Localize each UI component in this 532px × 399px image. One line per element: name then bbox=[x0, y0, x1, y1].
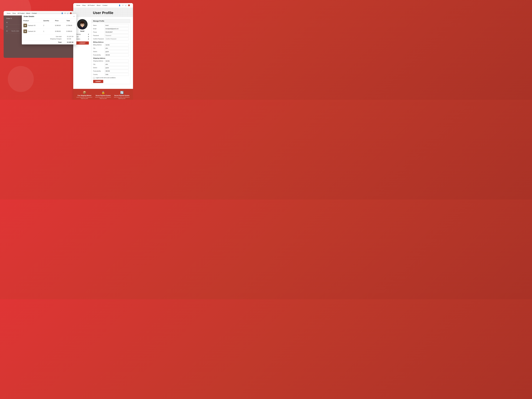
shipping-city-row: City bbox=[93, 63, 129, 66]
email-input[interactable] bbox=[105, 27, 129, 30]
user-icon[interactable]: 👤 bbox=[61, 13, 63, 14]
free-shipping-desc: aorem ixpsacdolor sit ameeasecur adipisc… bbox=[76, 97, 93, 99]
secure-payment-2-title: Secure Payment System bbox=[113, 95, 130, 96]
cart-badge-left: 0 bbox=[70, 12, 72, 14]
password-input[interactable] bbox=[105, 34, 129, 37]
rp-user-icon[interactable]: 👤 bbox=[119, 5, 120, 6]
billing-section-divider: Billing Address bbox=[93, 41, 129, 43]
billing-district-input[interactable] bbox=[105, 50, 129, 53]
phone-label: Phone bbox=[93, 32, 103, 33]
cart-icon-left[interactable]: 🛒 bbox=[67, 13, 69, 14]
submit-button[interactable]: SUBMIT bbox=[93, 80, 103, 83]
item-1-total: $ 798.00 bbox=[65, 23, 76, 28]
billing-postcode-input[interactable] bbox=[105, 54, 129, 56]
shipping-address-row: Shipping Address bbox=[93, 60, 129, 62]
stat-cart: Cart 0 bbox=[76, 35, 89, 38]
right-nav-links: Home Shop All Product About Contact bbox=[76, 5, 108, 6]
item-2-price: $ 399.00 bbox=[53, 28, 65, 34]
order-modal: Order Details × Product Quantity Price T… bbox=[22, 14, 76, 44]
profile-username: keval bbox=[80, 30, 84, 32]
password-label: Password bbox=[93, 35, 103, 36]
terms-checkbox-row: I agree to the terms and conditions bbox=[93, 77, 129, 79]
profile-stats: Wishlist 2 Cart 0 Orders 2 bbox=[76, 33, 89, 40]
billing-city-row: City bbox=[93, 47, 129, 50]
terms-label: I agree to the terms and conditions bbox=[95, 77, 116, 79]
shipping-postcode-row: Postcode/Zip bbox=[93, 70, 129, 72]
left-nav-home[interactable]: Home bbox=[7, 13, 11, 14]
svg-point-13 bbox=[83, 25, 83, 25]
confirm-password-field-row: Confirm Password bbox=[93, 38, 129, 40]
shipping-postcode-input[interactable] bbox=[105, 70, 129, 72]
col-total: Total bbox=[65, 19, 76, 23]
secure-payment-desc: aorem ixpsacdolor sit ameeasecur adipisc… bbox=[95, 97, 112, 99]
order-date-86: Feb 25, 2024 bbox=[12, 30, 23, 32]
name-label: Name bbox=[93, 25, 103, 26]
left-nav-about[interactable]: About bbox=[26, 13, 30, 14]
billing-city-input[interactable] bbox=[105, 47, 129, 50]
product-img-2: ⌚ bbox=[23, 30, 27, 33]
right-panel: Home Shop All Product About Contact 👤 🤍 … bbox=[73, 3, 133, 100]
rp-nav-shop[interactable]: Shop bbox=[82, 5, 86, 6]
left-nav-contact[interactable]: Contact bbox=[32, 13, 37, 14]
left-nav-links: Home Shop All Product About Contact bbox=[7, 13, 37, 14]
feature-secure-payment: 🔒 Secure Payment System aorem ixpsacdolo… bbox=[95, 91, 112, 99]
billing-address-input[interactable] bbox=[105, 44, 129, 46]
item-1-price: $ 399.00 bbox=[53, 23, 65, 28]
cart-stat-value: 0 bbox=[88, 36, 89, 38]
left-nav-shop[interactable]: Shop bbox=[12, 13, 16, 14]
shipping-address-input[interactable] bbox=[105, 60, 129, 62]
phone-field-row: Phone bbox=[93, 31, 129, 33]
profile-sidebar: keval Wishlist 2 Cart 0 Orders 2 L bbox=[76, 19, 89, 84]
shipping-city-label: City bbox=[93, 64, 103, 65]
feature-secure-payment-2: 🔄 Secure Payment System aorem ixpsacdolo… bbox=[113, 91, 130, 99]
total-value: $ 1197.00 bbox=[67, 41, 75, 43]
wishlist-stat-value: 2 bbox=[88, 33, 89, 35]
rp-nav-home[interactable]: Home bbox=[76, 5, 80, 6]
svg-rect-5 bbox=[80, 22, 81, 24]
item-2-total: $ 399.00 bbox=[65, 28, 76, 34]
billing-district-label: District bbox=[93, 51, 103, 52]
stat-wishlist: Wishlist 2 bbox=[76, 33, 89, 35]
avatar-container bbox=[77, 19, 88, 30]
svg-point-4 bbox=[80, 21, 84, 24]
profile-hero: User Profile bbox=[73, 8, 133, 17]
shipping-district-label: District bbox=[93, 67, 103, 69]
subtotal-row: Sub-total: $ 1197.00 bbox=[23, 35, 75, 38]
left-nav-icons: 👤 🤍 🛒 0 bbox=[61, 12, 72, 14]
name-input[interactable] bbox=[105, 24, 129, 27]
svg-rect-6 bbox=[84, 22, 84, 24]
total-row: Total: $ 1197.00 bbox=[23, 40, 75, 43]
billing-address-row: Billing Address bbox=[93, 44, 129, 46]
left-nav-allproduct[interactable]: All Product bbox=[18, 13, 25, 14]
order-num-88: 88 bbox=[6, 22, 10, 23]
product-img-1: ⌚ bbox=[23, 24, 27, 27]
free-shipping-title: Free Shipping Method bbox=[76, 95, 93, 96]
orders-stat-value: 2 bbox=[88, 38, 89, 40]
profile-form-rows: Name Email Phone Password bbox=[92, 23, 130, 84]
free-shipping-icon: 📦 bbox=[76, 91, 93, 94]
footer-features: 📦 Free Shipping Method aorem ixpsacdolor… bbox=[73, 89, 133, 100]
shipping-row: Shipping Charges: $ 0.00 bbox=[23, 38, 75, 40]
confirm-password-input[interactable] bbox=[105, 38, 129, 40]
rp-cart-icon[interactable]: 🛒 bbox=[125, 5, 127, 6]
subtotal-value: $ 1197.00 bbox=[67, 36, 75, 37]
total-label: Total: bbox=[51, 41, 62, 43]
rp-nav-about[interactable]: About bbox=[97, 5, 100, 6]
phone-input[interactable] bbox=[105, 31, 129, 33]
wishlist-icon[interactable]: 🤍 bbox=[64, 13, 66, 14]
shipping-country-input[interactable] bbox=[105, 73, 129, 76]
rp-nav-contact[interactable]: Contact bbox=[102, 5, 108, 6]
shipping-country-label: Country bbox=[93, 74, 103, 75]
password-field-row: Password bbox=[93, 34, 129, 37]
secure-payment-icon: 🔒 bbox=[95, 91, 112, 94]
rp-nav-allproduct[interactable]: All Product bbox=[88, 5, 95, 6]
terms-checkbox[interactable] bbox=[93, 77, 95, 79]
shipping-section-divider: Shipping Address bbox=[93, 57, 129, 59]
rp-wishlist-icon[interactable]: 🤍 bbox=[122, 5, 124, 6]
email-label: Email bbox=[93, 28, 103, 30]
shipping-city-input[interactable] bbox=[105, 63, 129, 66]
logout-button[interactable]: LOGOUT bbox=[76, 41, 89, 44]
svg-point-12 bbox=[81, 25, 82, 25]
modal-close-button[interactable]: × bbox=[74, 15, 75, 17]
shipping-district-input[interactable] bbox=[105, 66, 129, 69]
